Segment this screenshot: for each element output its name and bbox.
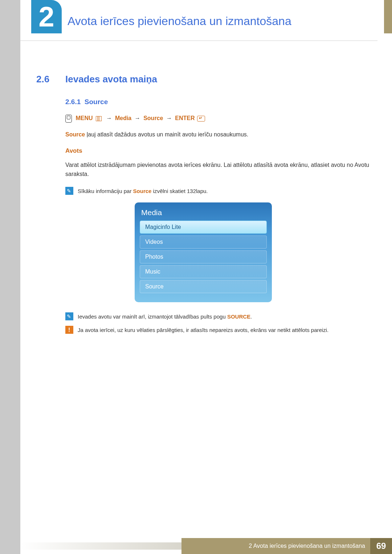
pencil-icon	[65, 312, 73, 320]
footer-gradient	[20, 542, 181, 550]
intro-rest: ļauj atlasīt dažādus avotus un mainīt av…	[85, 131, 248, 138]
subsection-title: Source	[85, 98, 108, 106]
note2-post: .	[250, 313, 252, 320]
note1-pre: Sīkāku informāciju par	[78, 188, 133, 194]
section-number: 2.6	[36, 74, 65, 85]
media-item-photos[interactable]: Photos	[140, 250, 267, 263]
note-info-2: Ievades avotu var mainīt arī, izmantojot…	[65, 312, 370, 321]
note2-bold: SOURCE	[227, 313, 250, 320]
menu-label: MENU	[75, 115, 93, 121]
arrow-icon: →	[166, 115, 172, 121]
page-footer: 2 Avota ierīces pievienošana un izmantoš…	[0, 538, 392, 554]
media-item-videos[interactable]: Videos	[140, 235, 267, 249]
note1-post: izvēlni skatiet 132lapu.	[151, 188, 208, 194]
enter-label: ENTER	[175, 115, 195, 121]
header-underline	[20, 40, 377, 41]
footer-chapter-text: 2 Avota ierīces pievienošana un izmantoš…	[181, 538, 370, 554]
section-title: Ievades avota maiņa	[65, 74, 157, 85]
content-area: 2.6Ievades avota maiņa 2.6.1 Source MENU…	[36, 74, 370, 335]
note1-bold: Source	[133, 188, 152, 194]
header-accent-bar	[384, 0, 392, 33]
footer-page-number: 69	[370, 538, 392, 554]
chapter-title: Avota ierīces pievienošana un izmantošan…	[68, 7, 392, 28]
intro-text: Source ļauj atlasīt dažādus avotus un ma…	[65, 130, 370, 139]
media-item-magicinfo[interactable]: Magicinfo Lite	[140, 221, 267, 234]
media-item-source[interactable]: Source	[140, 280, 267, 293]
subsection-heading: 2.6.1 Source	[65, 98, 370, 106]
arrow-icon: →	[106, 115, 112, 121]
media-menu-title: Media	[140, 207, 267, 217]
note-text-3: Ja avota ierīcei, uz kuru vēlaties pārsl…	[78, 326, 328, 334]
note2-pre: Ievades avotu var mainīt arī, izmantojot…	[78, 313, 227, 320]
avots-heading: Avots	[65, 147, 370, 155]
remote-icon	[65, 115, 72, 123]
menu-path: MENU → Media → Source → ENTER	[65, 115, 370, 123]
note-text-1: Sīkāku informāciju par Source izvēlni sk…	[78, 187, 208, 195]
enter-icon	[197, 116, 205, 122]
pencil-icon	[65, 187, 73, 195]
menu-box-icon	[96, 116, 102, 121]
arrow-icon: →	[135, 115, 140, 121]
media-item-label: Videos	[145, 239, 163, 245]
note-text-2: Ievades avotu var mainīt arī, izmantojot…	[78, 312, 252, 321]
note-info-1: Sīkāku informāciju par Source izvēlni sk…	[65, 187, 370, 195]
side-stripe	[0, 0, 20, 554]
note-warning: Ja avota ierīcei, uz kuru vēlaties pārsl…	[65, 326, 370, 334]
media-item-label: Music	[145, 268, 160, 275]
path-media: Media	[115, 115, 131, 121]
subsection-number: 2.6.1	[65, 98, 81, 106]
warning-icon	[65, 326, 73, 334]
page-header: 2 Avota ierīces pievienošana un izmantoš…	[20, 0, 392, 41]
path-source: Source	[143, 115, 163, 121]
chapter-tab: 2	[31, 0, 62, 33]
media-item-label: Source	[145, 283, 164, 290]
media-menu-figure: Media Magicinfo Lite Videos Photos Music…	[135, 202, 272, 302]
source-word: Source	[65, 131, 85, 138]
media-item-music[interactable]: Music	[140, 265, 267, 278]
media-item-label: Magicinfo Lite	[145, 224, 181, 230]
section-heading: 2.6Ievades avota maiņa	[36, 74, 370, 85]
chapter-number: 2	[38, 0, 54, 33]
avots-para: Varat attēlot izstrādājumam pievienotas …	[65, 160, 370, 179]
footer-bar: 2 Avota ierīces pievienošana un izmantoš…	[181, 538, 392, 554]
media-item-label: Photos	[145, 254, 163, 260]
